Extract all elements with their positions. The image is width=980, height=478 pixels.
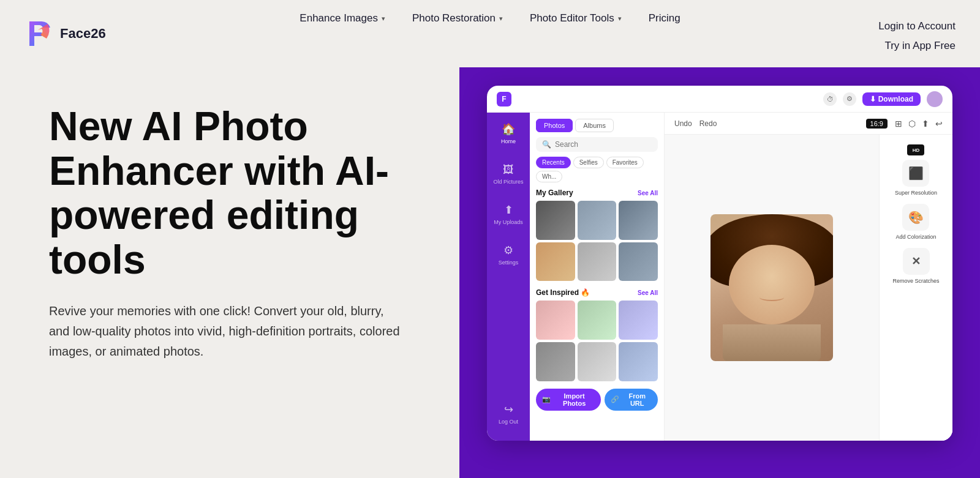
- clock-icon: ⏱: [823, 92, 837, 106]
- gallery-thumb[interactable]: [619, 301, 658, 340]
- gallery-thumb[interactable]: [536, 201, 575, 240]
- hero-headline: New AI Photo Enhancer with AI-powered ed…: [49, 104, 423, 282]
- nav-enhance-images[interactable]: Enhance Images ▾: [286, 7, 399, 29]
- sidebar-item-settings[interactable]: ⚙ Settings: [499, 244, 519, 266]
- old-pictures-icon: 🖼: [502, 163, 515, 176]
- gallery-thumb[interactable]: [578, 201, 617, 240]
- undo2-icon[interactable]: ↩: [935, 119, 943, 129]
- remove-scratches-icon: ✕: [903, 248, 930, 275]
- filter-recents[interactable]: Recents: [536, 157, 571, 168]
- hero-right: F ⏱ ⚙ ⬇ Download 🏠 Home: [459, 67, 980, 478]
- colorization-icon: 🎨: [902, 204, 929, 231]
- uploads-icon: ⬆: [502, 203, 515, 217]
- search-icon: 🔍: [542, 140, 551, 149]
- layers-icon[interactable]: ⬡: [908, 119, 916, 129]
- import-row: 📷 Import Photos 🔗 From URL: [536, 389, 658, 411]
- app-logo-small: F: [497, 92, 511, 106]
- url-icon: 🔗: [611, 395, 619, 403]
- app-topbar: F ⏱ ⚙ ⬇ Download: [487, 86, 952, 113]
- nav-login[interactable]: Login to Account: [878, 15, 956, 37]
- panel-tabs: Photos Albums: [536, 119, 658, 132]
- from-url-button[interactable]: 🔗 From URL: [605, 389, 658, 411]
- gallery-thumb[interactable]: [619, 201, 658, 240]
- portrait-body: [723, 324, 821, 361]
- filter-other[interactable]: Wh...: [536, 171, 562, 182]
- gallery-thumb[interactable]: [578, 301, 617, 340]
- portrait-photo: [710, 214, 833, 361]
- search-input[interactable]: [555, 140, 652, 149]
- nav-photo-restoration[interactable]: Photo Restoration ▾: [399, 7, 516, 29]
- gear-icon: ⚙: [502, 244, 515, 257]
- undo-button[interactable]: Undo: [674, 119, 692, 128]
- tool-super-resolution[interactable]: HD ⬛ Super Resolution: [895, 144, 937, 196]
- app-body: 🏠 Home 🖼 Old Pictures ⬆ My Uploads ⚙ Set…: [487, 113, 952, 441]
- logout-icon: ↪: [502, 403, 515, 416]
- my-gallery-grid: [536, 201, 658, 281]
- gallery-thumb[interactable]: [536, 242, 575, 282]
- header: Face26 Enhance Images ▾ Photo Restoratio…: [0, 0, 980, 67]
- see-all-inspired[interactable]: See All: [638, 289, 658, 296]
- avatar: [927, 91, 943, 107]
- tab-albums[interactable]: Albums: [575, 119, 614, 132]
- get-inspired-grid: [536, 301, 658, 381]
- import-icon: 📷: [542, 395, 551, 403]
- nav-photo-editor-tools[interactable]: Photo Editor Tools ▾: [516, 7, 635, 29]
- panel-search: 🔍: [536, 137, 658, 152]
- chevron-down-icon: ▾: [618, 15, 622, 23]
- app-topbar-icons: ⏱ ⚙ ⬇ Download: [823, 91, 943, 107]
- gallery-thumb[interactable]: [536, 342, 575, 381]
- main-content: New AI Photo Enhancer with AI-powered ed…: [0, 67, 980, 478]
- gallery-thumb[interactable]: [619, 242, 658, 282]
- hero-subtext: Revive your memories with one click! Con…: [49, 301, 404, 362]
- editor-toolbar: Undo Redo 16:9 ⊞ ⬡ ⬆ ↩: [665, 113, 952, 135]
- hd-badge: HD: [907, 144, 924, 155]
- nav-try-free[interactable]: Try in App Free: [884, 40, 956, 52]
- tool-colorization[interactable]: 🎨 Add Colorization: [895, 204, 936, 241]
- app-sidebar: 🏠 Home 🖼 Old Pictures ⬆ My Uploads ⚙ Set…: [487, 113, 530, 441]
- sidebar-item-old-pictures[interactable]: 🖼 Old Pictures: [493, 163, 523, 185]
- settings-icon: ⚙: [843, 92, 856, 106]
- brand-name: Face26: [60, 26, 106, 42]
- import-photos-button[interactable]: 📷 Import Photos: [536, 389, 601, 411]
- get-inspired-title: Get Inspired 🔥 See All: [536, 288, 658, 297]
- super-res-icon: ⬛: [902, 160, 929, 187]
- logo-area[interactable]: Face26: [24, 19, 106, 48]
- gallery-thumb[interactable]: [578, 342, 617, 381]
- see-all-gallery[interactable]: See All: [638, 190, 658, 196]
- my-gallery-title: My Gallery See All: [536, 189, 658, 197]
- face26-logo-icon: [24, 19, 54, 48]
- photo-area: [665, 135, 879, 441]
- editor-main: HD ⬛ Super Resolution 🎨 Add Colorization: [665, 135, 952, 441]
- sidebar-logout[interactable]: ↪ Log Out: [499, 403, 518, 431]
- redo-button[interactable]: Redo: [699, 119, 717, 128]
- filter-tabs: Recents Selfies Favorites Wh...: [536, 157, 658, 182]
- gallery-thumb[interactable]: [619, 342, 658, 381]
- smile-detail: [760, 294, 784, 301]
- nav-right-group: Login to Account Try in App Free: [878, 15, 956, 52]
- filter-favorites[interactable]: Favorites: [606, 157, 644, 168]
- grid-icon[interactable]: ⊞: [895, 119, 902, 129]
- download-button[interactable]: ⬇ Download: [862, 92, 921, 106]
- gallery-panel: Photos Albums 🔍 Recents Selfies Favorite…: [530, 113, 665, 441]
- app-mockup: F ⏱ ⚙ ⬇ Download 🏠 Home: [487, 86, 952, 441]
- ratio-badge: 16:9: [866, 119, 888, 129]
- portrait-face: [729, 245, 815, 324]
- tool-remove-scratches[interactable]: ✕ Remove Scratches: [892, 248, 939, 285]
- tab-photos[interactable]: Photos: [536, 119, 573, 132]
- tools-panel: HD ⬛ Super Resolution 🎨 Add Colorization: [879, 135, 952, 441]
- sidebar-item-home[interactable]: 🏠 Home: [501, 122, 516, 144]
- chevron-down-icon: ▾: [499, 15, 503, 23]
- editor-panel: Undo Redo 16:9 ⊞ ⬡ ⬆ ↩: [665, 113, 952, 441]
- gallery-thumb[interactable]: [536, 301, 575, 340]
- nav-pricing[interactable]: Pricing: [635, 7, 694, 29]
- toolbar-icons: ⊞ ⬡ ⬆ ↩: [895, 119, 943, 129]
- chevron-down-icon: ▾: [382, 15, 385, 23]
- home-icon: 🏠: [502, 122, 515, 136]
- gallery-thumb[interactable]: [578, 242, 617, 282]
- hero-left: New AI Photo Enhancer with AI-powered ed…: [0, 67, 459, 386]
- filter-selfies[interactable]: Selfies: [573, 157, 604, 168]
- export-icon[interactable]: ⬆: [922, 119, 929, 129]
- sidebar-item-my-uploads[interactable]: ⬆ My Uploads: [494, 203, 523, 225]
